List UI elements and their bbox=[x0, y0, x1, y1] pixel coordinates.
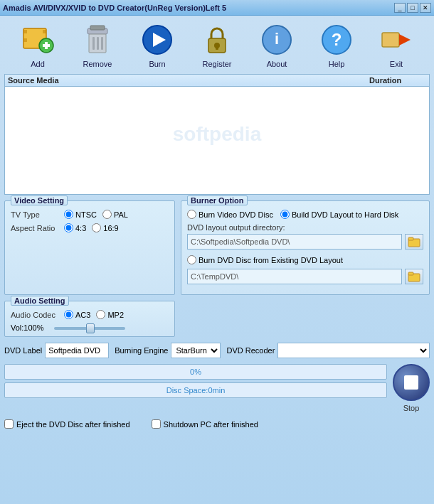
shutdown-checkbox[interactable] bbox=[152, 419, 161, 429]
close-button[interactable]: ✕ bbox=[420, 3, 431, 13]
action-row: 0% Disc Space:0min Stop bbox=[4, 364, 430, 412]
window-controls: _ □ ✕ bbox=[394, 3, 431, 13]
dvd-layout-dir-section: DVD layout output directory: bbox=[187, 223, 423, 250]
pal-option[interactable]: PAL bbox=[102, 210, 128, 219]
ntsc-radio[interactable] bbox=[64, 210, 73, 219]
ratio43-radio[interactable] bbox=[64, 223, 73, 232]
about-button[interactable]: i About bbox=[255, 23, 298, 68]
maximize-button[interactable]: □ bbox=[407, 3, 418, 13]
video-setting-legend: Video Setting bbox=[11, 195, 68, 205]
tv-type-row: TV Type NTSC PAL bbox=[11, 210, 169, 219]
bottom-controls-row: DVD Label Burning Engine StarBurn DVD Re… bbox=[4, 343, 430, 358]
build-dvd-layout-radio[interactable] bbox=[280, 210, 290, 219]
dvd-recoder-select[interactable] bbox=[277, 343, 430, 358]
burner-option-panel: Burner Option Burn Video DVD Disc Build … bbox=[181, 200, 430, 295]
vol-label: Vol:100% bbox=[11, 323, 50, 332]
progress-text: 0% bbox=[190, 368, 201, 376]
disc-space-bar: Disc Space:0min bbox=[4, 382, 387, 398]
svg-rect-7 bbox=[45, 42, 48, 49]
mp2-radio[interactable] bbox=[96, 310, 105, 319]
burn-existing-row: Burn DVD Disc from Existing DVD Layout bbox=[187, 255, 423, 264]
main-container: Add Remove bbox=[0, 16, 434, 504]
help-label: Help bbox=[329, 60, 345, 68]
audio-codec-label: Audio Codec bbox=[11, 311, 64, 319]
build-dvd-layout-option[interactable]: Build DVD Layout to Hard Disk bbox=[280, 210, 398, 219]
video-setting-panel: Video Setting TV Type NTSC PAL bbox=[4, 200, 175, 295]
aspect-ratio-group: 4:3 16:9 bbox=[64, 223, 119, 232]
watermark: softpedia bbox=[173, 123, 261, 146]
burn-video-dvd-option[interactable]: Burn Video DVD Disc bbox=[187, 210, 273, 219]
dvd-layout-dir-row bbox=[187, 234, 423, 250]
stop-button[interactable] bbox=[393, 364, 430, 401]
help-icon: ? bbox=[319, 23, 354, 57]
progress-area: 0% Disc Space:0min bbox=[4, 364, 387, 412]
exit-icon bbox=[379, 23, 413, 57]
toolbar: Add Remove bbox=[4, 20, 430, 74]
burn-button[interactable]: Burn bbox=[136, 23, 179, 68]
dvd-recoder-group: DVD Recoder bbox=[226, 343, 430, 358]
source-media-col-header: Source Media bbox=[8, 76, 369, 85]
svg-rect-23 bbox=[382, 33, 399, 47]
burn-disc-row: Burn Video DVD Disc Build DVD Layout to … bbox=[187, 210, 423, 219]
title-bar: Amadis AVI/DIVX/XVID to DVD Creator(UnRe… bbox=[0, 0, 434, 16]
dvd-label-group: DVD Label bbox=[4, 343, 109, 358]
svg-rect-1 bbox=[23, 30, 27, 33]
dvd-label-text: DVD Label bbox=[4, 346, 42, 355]
shutdown-checkbox-item[interactable]: Shutdown PC after finished bbox=[152, 419, 258, 429]
svg-rect-11 bbox=[92, 37, 95, 50]
ac3-option[interactable]: AC3 bbox=[64, 310, 90, 319]
dvd-layout-dir-input[interactable] bbox=[187, 234, 402, 250]
burn-from-existing-radio[interactable] bbox=[187, 255, 196, 264]
add-button[interactable]: Add bbox=[16, 23, 59, 68]
stop-label: Stop bbox=[403, 404, 420, 412]
source-table-header: Source Media Duration bbox=[5, 75, 429, 87]
existing-dir-input[interactable] bbox=[187, 269, 402, 284]
duration-col-header: Duration bbox=[369, 76, 426, 85]
dvd-label-input[interactable] bbox=[45, 343, 109, 358]
existing-dir-row bbox=[187, 269, 423, 284]
svg-rect-3 bbox=[43, 30, 46, 33]
ratio169-radio[interactable] bbox=[92, 223, 101, 232]
volume-slider-track[interactable] bbox=[54, 327, 125, 330]
burn-label: Burn bbox=[149, 60, 165, 68]
exit-button[interactable]: Exit bbox=[375, 23, 418, 68]
dvd-layout-dir-label: DVD layout output directory: bbox=[187, 223, 423, 232]
ac3-radio[interactable] bbox=[64, 310, 73, 319]
audio-setting-legend: Audio Setting bbox=[11, 296, 69, 306]
remove-icon bbox=[80, 23, 115, 57]
svg-rect-13 bbox=[101, 37, 103, 50]
source-table-body: softpedia bbox=[5, 87, 429, 190]
audio-setting-panel: Audio Setting Audio Codec AC3 MP2 bbox=[4, 301, 175, 337]
svg-rect-9 bbox=[90, 26, 105, 30]
eject-checkbox-item[interactable]: Eject the DVD Disc after finished bbox=[4, 419, 130, 429]
burn-from-existing-option[interactable]: Burn DVD Disc from Existing DVD Layout bbox=[187, 255, 343, 264]
dvd-layout-folder-button[interactable] bbox=[405, 234, 423, 250]
add-icon bbox=[21, 23, 55, 57]
burn-video-dvd-radio[interactable] bbox=[187, 210, 196, 219]
stop-area: Stop bbox=[393, 364, 430, 412]
svg-text:?: ? bbox=[332, 30, 342, 49]
help-button[interactable]: ? Help bbox=[315, 23, 358, 68]
dvd-recoder-text: DVD Recoder bbox=[226, 346, 275, 355]
app-title: Amadis AVI/DIVX/XVID to DVD Creator(UnRe… bbox=[3, 4, 226, 12]
about-icon: i bbox=[260, 23, 294, 57]
eject-checkbox[interactable] bbox=[4, 419, 14, 429]
minimize-button[interactable]: _ bbox=[394, 3, 406, 13]
exit-label: Exit bbox=[390, 60, 403, 68]
existing-dir-folder-button[interactable] bbox=[405, 269, 423, 284]
add-label: Add bbox=[31, 60, 45, 68]
ntsc-option[interactable]: NTSC bbox=[64, 210, 97, 219]
progress-bar-container: 0% bbox=[4, 364, 387, 380]
ratio169-option[interactable]: 16:9 bbox=[92, 223, 118, 232]
register-button[interactable]: Register bbox=[196, 23, 238, 68]
ratio43-option[interactable]: 4:3 bbox=[64, 223, 86, 232]
remove-button[interactable]: Remove bbox=[76, 23, 119, 68]
mp2-option[interactable]: MP2 bbox=[96, 310, 124, 319]
burn-icon bbox=[140, 23, 174, 57]
volume-slider-thumb[interactable] bbox=[86, 323, 95, 333]
register-icon bbox=[200, 23, 234, 57]
burning-engine-select[interactable]: StarBurn bbox=[171, 343, 221, 358]
pal-radio[interactable] bbox=[102, 210, 112, 219]
remove-label: Remove bbox=[83, 60, 112, 68]
burner-option-legend: Burner Option bbox=[187, 195, 248, 205]
